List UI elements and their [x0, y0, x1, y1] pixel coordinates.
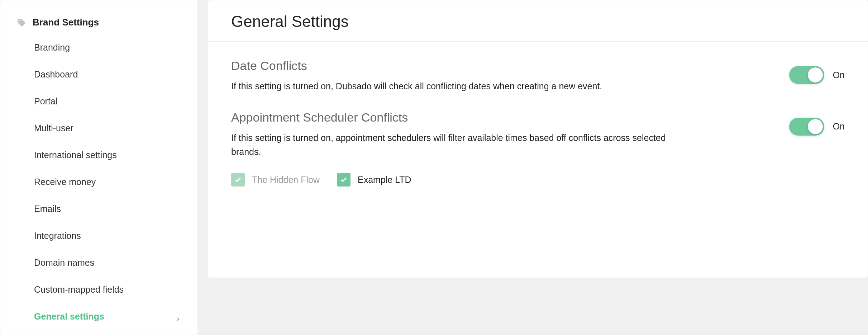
sidebar-item-integrations[interactable]: Integrations — [34, 231, 187, 241]
brands-row: The Hidden Flow Example LTD — [231, 173, 697, 187]
main-content: General Settings Date Conflicts If this … — [198, 0, 868, 335]
sidebar-item-receive-money[interactable]: Receive money — [34, 177, 187, 187]
sidebar-item-label: Branding — [34, 42, 70, 53]
toggle-date-conflicts[interactable] — [789, 66, 824, 84]
sidebar-item-label: Portal — [34, 96, 57, 107]
sidebar-item-label: Integrations — [34, 231, 81, 241]
chevron-right-icon — [175, 314, 181, 320]
sidebar-list: Branding Dashboard Portal Multi-user Int… — [17, 42, 187, 322]
sidebar-item-branding[interactable]: Branding — [34, 42, 187, 53]
sidebar-item-dashboard[interactable]: Dashboard — [34, 69, 187, 80]
setting-description: If this setting is turned on, Dubsado wi… — [231, 79, 697, 93]
sidebar-item-custom-mapped-fields[interactable]: Custom-mapped fields — [34, 284, 187, 295]
toggle-wrap: On — [789, 110, 845, 136]
sidebar-item-general-settings[interactable]: General settings — [34, 311, 187, 322]
sidebar-item-label: Receive money — [34, 177, 96, 187]
toggle-knob — [808, 67, 823, 82]
setting-heading: Date Conflicts — [231, 59, 697, 73]
sidebar-item-label: Emails — [34, 204, 61, 214]
sidebar-header: Brand Settings — [17, 17, 187, 28]
sidebar-item-international-settings[interactable]: International settings — [34, 150, 187, 160]
toggle-wrap: On — [789, 59, 845, 84]
sidebar-item-label: Custom-mapped fields — [34, 284, 124, 295]
brand-label: Example LTD — [358, 175, 411, 185]
brand-label: The Hidden Flow — [252, 175, 320, 185]
sidebar-item-label: Dashboard — [34, 69, 78, 80]
setting-description: If this setting is turned on, appointmen… — [231, 131, 697, 159]
settings-sidebar: Brand Settings Branding Dashboard Portal… — [0, 0, 198, 335]
setting-text: Date Conflicts If this setting is turned… — [231, 59, 697, 93]
card-body: Date Conflicts If this setting is turned… — [208, 42, 868, 204]
sidebar-item-portal[interactable]: Portal — [34, 96, 187, 107]
setting-date-conflicts: Date Conflicts If this setting is turned… — [231, 59, 845, 93]
brand-checkbox-hidden-flow: The Hidden Flow — [231, 173, 320, 187]
tag-icon — [17, 18, 26, 27]
sidebar-item-label: Domain names — [34, 258, 94, 268]
check-icon — [340, 176, 347, 183]
toggle-knob — [808, 119, 823, 134]
toggle-label: On — [833, 70, 845, 80]
checkbox[interactable] — [337, 173, 350, 187]
setting-appointment-scheduler-conflicts: Appointment Scheduler Conflicts If this … — [231, 110, 845, 187]
page-title: General Settings — [208, 0, 868, 42]
sidebar-item-emails[interactable]: Emails — [34, 204, 187, 214]
setting-heading: Appointment Scheduler Conflicts — [231, 110, 697, 124]
sidebar-title: Brand Settings — [33, 17, 99, 28]
toggle-label: On — [833, 121, 845, 132]
general-settings-card: General Settings Date Conflicts If this … — [208, 0, 868, 278]
check-icon — [234, 176, 242, 183]
sidebar-item-label: International settings — [34, 150, 117, 160]
toggle-appointment-scheduler-conflicts[interactable] — [789, 118, 824, 136]
sidebar-item-label: General settings — [34, 311, 104, 322]
brand-checkbox-example-ltd: Example LTD — [337, 173, 411, 187]
sidebar-item-multi-user[interactable]: Multi-user — [34, 123, 187, 133]
setting-text: Appointment Scheduler Conflicts If this … — [231, 110, 697, 187]
checkbox — [231, 173, 245, 187]
sidebar-item-label: Multi-user — [34, 123, 73, 133]
sidebar-item-domain-names[interactable]: Domain names — [34, 258, 187, 268]
